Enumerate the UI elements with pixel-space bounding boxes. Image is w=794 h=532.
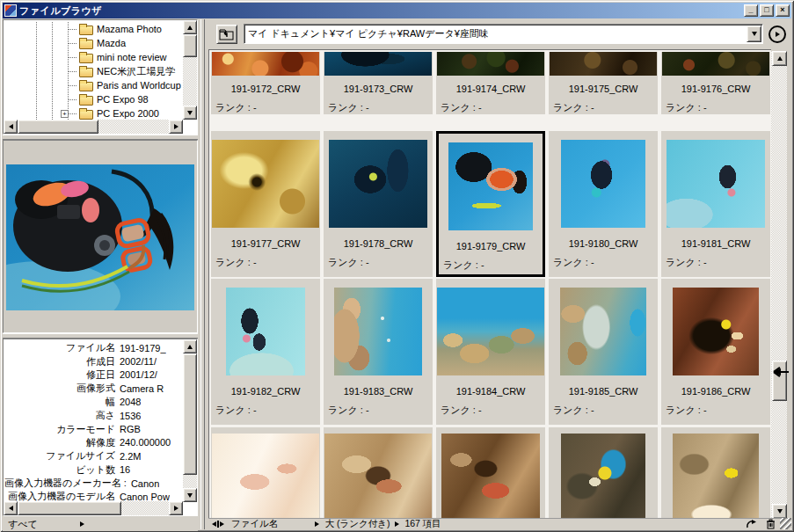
rotate-icon[interactable] (746, 520, 757, 529)
scroll-left-icon (9, 124, 13, 129)
thumbnail-image[interactable] (673, 434, 759, 521)
thumbnail-filename: 191-9184_CRW (456, 386, 526, 397)
scroll-down-button[interactable] (183, 106, 197, 120)
tree-item-mazda[interactable]: Mazda (4, 36, 183, 50)
thumbnail-cell[interactable] (324, 427, 433, 521)
maximize-button[interactable]: □ (760, 4, 774, 17)
panel-splitter[interactable] (198, 19, 208, 529)
thumbnail-cell[interactable]: 191-9177_CRW ランク : - (211, 131, 320, 277)
thumbnail-image[interactable] (226, 288, 305, 375)
thumbnail-image[interactable] (662, 52, 769, 76)
thumbnail-cell-selected[interactable]: 191-9179_CRW ランク : - (436, 131, 545, 277)
scroll-right-button[interactable] (169, 501, 183, 515)
scrollbar-thumb[interactable] (183, 34, 197, 57)
trash-icon[interactable] (766, 519, 776, 529)
thumbnail-image[interactable] (560, 288, 646, 375)
scroll-left-button[interactable] (4, 501, 18, 515)
scrollbar-thumb[interactable] (18, 501, 121, 515)
filter-menu-arrow-icon[interactable] (80, 521, 84, 527)
thumbnail-cell[interactable]: 191-9176_CRW ランク : - (661, 52, 770, 114)
browser-menu-button[interactable] (769, 26, 786, 43)
thumbnail-image[interactable] (329, 140, 427, 228)
thumbnail-rank: ランク : - (324, 404, 369, 417)
folder-icon (79, 110, 93, 120)
thumbnail-cell[interactable] (661, 427, 770, 521)
titlebar[interactable]: ファイルブラウザ _ □ × (3, 3, 791, 18)
thumbnail-cell[interactable]: 191-9172_CRW ランク : - (211, 52, 320, 114)
scroll-left-button[interactable] (4, 120, 18, 134)
up-one-level-button[interactable] (216, 25, 237, 44)
thumbnail-filename: 191-9176_CRW (681, 84, 751, 94)
thumbnail-image[interactable] (673, 288, 759, 375)
tree-item-mini-note-review[interactable]: mini note review (4, 50, 183, 64)
thumbnail-image[interactable] (448, 142, 533, 230)
thumbnail-image[interactable] (550, 52, 657, 76)
thumbnail-image[interactable] (441, 434, 540, 521)
scroll-up-button[interactable] (183, 339, 197, 353)
tree-vertical-scrollbar[interactable] (183, 20, 197, 120)
thumbnail-cell[interactable] (549, 427, 658, 521)
view-mode-selector[interactable]: 大 (ランク付き) (324, 518, 390, 530)
metadata-value: RGB (120, 424, 141, 434)
thumbnail-cell[interactable]: 191-9186_CRW ランク : - (661, 279, 770, 425)
splitter-bar[interactable] (200, 19, 205, 529)
path-combobox[interactable]: マイ ドキュメント¥マイ ピクチャ¥RAWデータ¥座間味 (244, 24, 763, 44)
thumbnail-cell[interactable]: 191-9174_CRW ランク : - (436, 52, 545, 114)
menu-arrow-icon[interactable] (315, 521, 319, 527)
thumbnail-image[interactable] (667, 140, 765, 228)
window-resize-grip[interactable] (780, 518, 791, 529)
thumbnail-cell[interactable]: 191-9178_CRW ランク : - (324, 131, 433, 277)
scroll-up-button[interactable] (183, 20, 197, 34)
tree-item-pc-expo-98[interactable]: PC Expo 98 (4, 92, 183, 106)
thumbnail-image[interactable] (324, 52, 432, 76)
tree-item-paris-worldcup[interactable]: Paris and Worldcup (4, 78, 183, 92)
sort-by-selector[interactable]: ファイル名 (231, 518, 278, 530)
thumbnail-image[interactable] (212, 140, 319, 228)
thumbnail-image[interactable] (212, 434, 319, 521)
thumbnail-cell[interactable]: 191-9182_CRW ランク : - (211, 279, 320, 425)
scroll-up-button[interactable] (772, 51, 787, 66)
metadata-value: 2048 (120, 397, 141, 407)
tree-item-mazama-photo[interactable]: Mazama Photo (4, 22, 183, 36)
path-text[interactable]: マイ ドキュメント¥マイ ピクチャ¥RAWデータ¥座間味 (244, 27, 747, 40)
scroll-down-button[interactable] (183, 488, 197, 502)
path-dropdown-button[interactable] (747, 26, 761, 42)
panel-toggle-icon[interactable] (212, 521, 224, 528)
thumbnail-cell[interactable] (436, 427, 545, 521)
scroll-right-button[interactable] (169, 120, 183, 134)
thumbnail-image[interactable] (561, 140, 645, 228)
grid-vertical-scrollbar[interactable] (771, 51, 787, 519)
thumbnail-cell[interactable]: 191-9180_CRW ランク : - (549, 131, 658, 277)
thumbnail-cell[interactable] (211, 427, 320, 521)
metadata-filter-bar[interactable]: すべて (3, 517, 198, 531)
thumbnail-image[interactable] (437, 52, 544, 76)
toggle-bar-icon (217, 521, 219, 528)
menu-arrow-icon[interactable] (395, 521, 399, 527)
thumbnail-filename: 191-9175_CRW (569, 84, 638, 94)
thumbnail-image[interactable] (212, 52, 319, 76)
thumbnail-image[interactable] (561, 434, 645, 521)
tree-horizontal-scrollbar[interactable] (4, 120, 183, 134)
minimize-button[interactable]: _ (744, 4, 758, 17)
tree-item-pc-expo-2000[interactable]: + PC Expo 2000 (4, 106, 183, 120)
tree-item-nec[interactable]: NEC米沢工場見学 (4, 64, 183, 78)
thumbnail-cell[interactable]: 191-9184_CRW ランク : - (436, 279, 545, 425)
tree-expand-icon[interactable]: + (61, 110, 69, 118)
metadata-label: 高さ (4, 409, 115, 422)
thumbnail-image[interactable] (334, 288, 422, 375)
thumbnail-image[interactable] (437, 288, 544, 375)
scrollbar-thumb[interactable] (18, 120, 98, 134)
thumbnail-cell[interactable]: 191-9173_CRW ランク : - (324, 52, 433, 114)
scroll-down-button[interactable] (772, 504, 787, 519)
close-button[interactable]: × (776, 4, 790, 17)
metadata-vertical-scrollbar[interactable] (183, 339, 197, 502)
thumbnail-cell[interactable]: 191-9183_CRW ランク : - (324, 279, 433, 425)
thumbnail-rank: ランク : - (211, 404, 257, 417)
thumbnail-cell[interactable]: 191-9185_CRW ランク : - (549, 279, 658, 425)
metadata-horizontal-scrollbar[interactable] (4, 501, 183, 515)
thumbnail-image[interactable] (324, 434, 432, 521)
thumbnail-cell[interactable]: 191-9175_CRW ランク : - (549, 52, 658, 114)
thumbnail-cell[interactable]: 191-9181_CRW ランク : - (661, 131, 770, 277)
thumbnail-filename: 191-9179_CRW (456, 241, 526, 251)
scrollbar-thumb[interactable] (183, 353, 197, 475)
